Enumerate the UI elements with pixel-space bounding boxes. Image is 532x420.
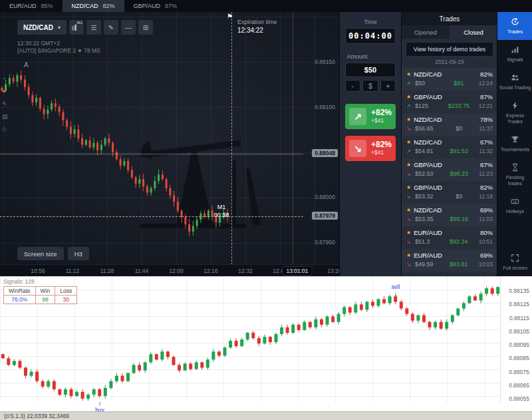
sell-percent: +82% xyxy=(371,140,392,150)
pair-tab-eur-aud[interactable]: EUR/AUD85% xyxy=(0,0,63,12)
price-tick: 0.88125 xyxy=(509,301,529,308)
countdown-value: 00:38 xyxy=(211,212,231,220)
price-chart[interactable]: ⚑ Expiration time 12:34:22 M1 00:38 NZD/… xyxy=(0,12,339,276)
price-tick: 0.88000 xyxy=(315,194,335,200)
right-sidebar: TradesSignalsSocial TradingExpress Trade… xyxy=(497,12,532,276)
trade-amount: $51.3 xyxy=(415,238,439,245)
trade-row[interactable]: ★ NZD/CAD 78% ↘ $56.65 $0 11:37 xyxy=(402,113,497,136)
trade-pair: GBP/AUD xyxy=(414,93,477,101)
trade-pair: NZD/CAD xyxy=(414,138,477,146)
screen-size-button[interactable]: Screen size xyxy=(17,247,64,260)
trade-row[interactable]: ★ NZD/CAD 82% ↗ $50 $91 12:24 xyxy=(402,68,497,91)
sidebar-item-label: Tournaments xyxy=(501,146,529,152)
trades-tabs: Opened Closed xyxy=(402,25,497,39)
express-trades-icon xyxy=(511,101,519,110)
sidebar-item-trades[interactable]: Trades xyxy=(497,12,532,40)
view-history-button[interactable]: View history of demo trades xyxy=(406,42,493,57)
right-sidebar-items: TradesSignalsSocial TradingExpress Trade… xyxy=(497,12,532,220)
time-tick: 11:12 xyxy=(66,268,80,274)
expiration-time-input[interactable]: 00:04:00 xyxy=(345,28,396,44)
trade-row[interactable]: ★ EUR/AUD 69% ↘ $49.59 $83.81 10:03 xyxy=(402,249,497,272)
trade-row[interactable]: ★ EUR/AUD 80% ↘ $51.3 $92.34 10:51 xyxy=(402,226,497,249)
signals-icon xyxy=(511,45,519,54)
gauge-tool-icon[interactable]: ◔ xyxy=(2,75,8,82)
social-trading-icon xyxy=(511,73,519,82)
trades-date: 2021-09-29 xyxy=(402,59,497,65)
time-label: Time xyxy=(345,19,396,25)
loss-value: 30 xyxy=(55,296,77,304)
trade-percent: 87% xyxy=(480,93,493,101)
trade-row[interactable]: ★ GBP/AUD 82% ↘ $53.32 $0 11:18 xyxy=(402,181,497,204)
sell-button[interactable]: ↘ +82% +$41 xyxy=(345,136,396,161)
sidebar-item-hotkeys[interactable]: Hotkeys xyxy=(497,192,532,220)
trade-percent: 78% xyxy=(480,116,493,123)
trade-time: 12:21 xyxy=(479,103,493,109)
fullscreen-button[interactable]: Full screen xyxy=(497,248,532,276)
indicators-icon: ☰ xyxy=(91,24,97,31)
tab-opened[interactable]: Opened xyxy=(402,25,450,39)
server-name: [AUTO] SINGAPORE 2 xyxy=(17,47,76,54)
trade-direction-up-icon: ↗ xyxy=(406,103,412,109)
candle-countdown: M1 00:38 xyxy=(211,204,231,219)
chart-left-tools: ◔●✎▤◇ xyxy=(2,75,8,132)
tab-closed[interactable]: Closed xyxy=(450,25,497,39)
favorite-star-icon: ★ xyxy=(406,94,411,100)
status-text: (o'S.1.3) 22,0339 32,3466 xyxy=(4,413,69,419)
period-button[interactable]: H3 xyxy=(68,247,89,260)
layers-tool-icon[interactable]: ▤ xyxy=(2,113,8,120)
trade-row[interactable]: ★ GBP/AUD 87% ↗ $125 $233.75 12:21 xyxy=(402,91,497,113)
trade-result: $91 xyxy=(442,80,476,87)
time-tick: 12:00 xyxy=(169,268,183,274)
trade-result: $0 xyxy=(442,125,476,132)
trade-direction-down-icon: ↘ xyxy=(406,126,412,132)
amount-increase-button[interactable]: + xyxy=(380,80,396,92)
line-tool-button[interactable]: — xyxy=(121,20,136,35)
amount-input[interactable]: $50 xyxy=(345,63,396,77)
amount-decrease-button[interactable]: - xyxy=(345,80,360,92)
trade-pair: NZD/CAD xyxy=(414,206,477,214)
trade-result: $83.81 xyxy=(442,261,476,268)
layout-button[interactable]: ⊞ xyxy=(138,20,153,35)
record-tool-icon[interactable]: ● xyxy=(2,88,8,95)
pair-tab-gbp-aud[interactable]: GBP/AUD87% xyxy=(124,0,187,12)
sidebar-item-signals[interactable]: Signals xyxy=(497,40,532,68)
price-badge: 0.87979 xyxy=(312,212,338,220)
favorite-star-icon: ★ xyxy=(406,116,411,122)
trade-amount: $125 xyxy=(415,103,439,109)
time-tick: 11:44 xyxy=(135,268,149,274)
sidebar-item-social-trading[interactable]: Social Trading xyxy=(497,68,532,96)
trade-pair: GBP/AUD xyxy=(414,184,477,191)
instrument-select[interactable]: NZD/CAD ▾ xyxy=(17,20,66,35)
pair-tab-percent: 85% xyxy=(41,3,53,9)
trade-direction-down-icon: ↘ xyxy=(406,171,412,177)
timeframe-button[interactable]: M1 xyxy=(69,20,84,35)
trade-amount: $49.59 xyxy=(415,261,439,268)
amount-label: Amount xyxy=(345,53,369,60)
sidebar-item-express-trades[interactable]: Express Trades xyxy=(497,96,532,130)
trade-percent: 67% xyxy=(480,138,493,146)
trade-percent: 69% xyxy=(480,206,493,214)
draw-tool-icon[interactable]: ✎ xyxy=(2,101,8,107)
trading-app: EUR/AUD85%NZD/CAD82%GBP/AUD87% ⚑ xyxy=(0,0,532,420)
trade-amount: $53.32 xyxy=(415,193,439,200)
drawing-button[interactable]: ✎ xyxy=(104,20,118,35)
shapes-tool-icon[interactable]: ◇ xyxy=(2,126,8,132)
indicators-button[interactable]: ☰ xyxy=(86,20,101,35)
hotkeys-icon xyxy=(511,197,519,206)
sidebar-item-tournaments[interactable]: Tournaments xyxy=(497,130,532,158)
currency-button[interactable]: $ xyxy=(362,80,378,92)
sidebar-item-pending-trades[interactable]: Pending trades xyxy=(497,158,532,192)
buy-percent: +82% xyxy=(371,108,392,118)
history-chart-panel[interactable]: ↑buysell↓ 0.881350.881250.881150.881050.… xyxy=(0,276,532,411)
buy-button[interactable]: ↗ +82% +$41 xyxy=(345,104,396,129)
trade-row[interactable]: ★ GBP/AUD 87% ↘ $52.53 $98.23 11:23 xyxy=(402,158,497,181)
pair-tab-nzd-cad[interactable]: NZD/CAD82% xyxy=(63,0,124,12)
win-value: 98 xyxy=(35,296,55,304)
ping-value: 78 MS xyxy=(84,47,100,54)
price-tick: 0.88055 xyxy=(509,395,529,402)
price-tick: 0.88065 xyxy=(509,382,529,389)
winrate-header: WinRate xyxy=(4,287,36,296)
price-badge: 0.88048 xyxy=(312,149,338,157)
trade-row[interactable]: ★ NZD/CAD 67% ↗ $54.81 $91.53 11:32 xyxy=(402,136,497,158)
trade-row[interactable]: ★ NZD/CAD 69% ↘ $53.35 $90.16 11:03 xyxy=(402,204,497,226)
